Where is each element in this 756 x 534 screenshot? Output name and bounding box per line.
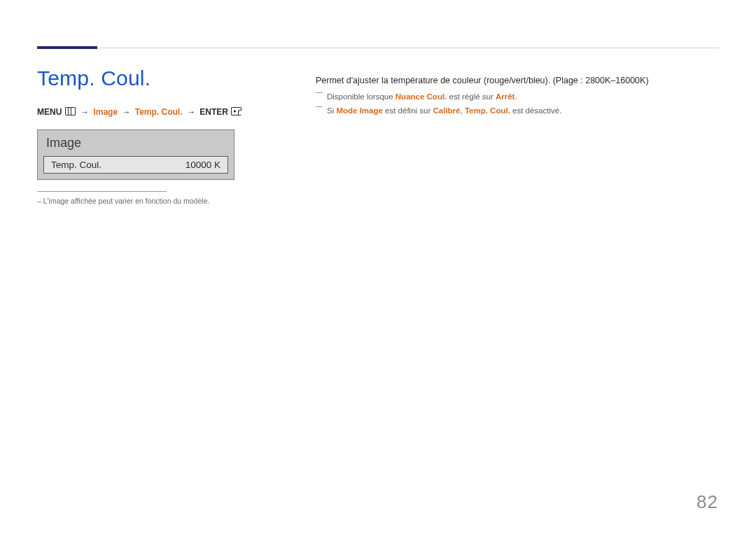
left-column: Temp. Coul. MENU → Image → Temp. Coul. →… — [37, 66, 303, 205]
note-2-mid1: est défini sur — [383, 106, 433, 115]
note-2-accent-mode-image: Mode Image — [336, 106, 382, 115]
settings-panel: Image Temp. Coul. 10000 K — [37, 129, 234, 180]
top-rule-accent — [37, 46, 97, 49]
breadcrumb-arrow: → — [80, 107, 89, 117]
panel-row-value: 10000 K — [186, 160, 220, 170]
footnote-text: – L'image affichée peut varier en foncti… — [37, 197, 303, 205]
top-rule-line — [37, 48, 719, 48]
panel-row-label: Temp. Coul. — [51, 160, 102, 170]
breadcrumb: MENU → Image → Temp. Coul. → ENTER — [37, 107, 303, 117]
note-1-mid: est réglé sur — [447, 92, 496, 101]
right-column: Permet d'ajuster la température de coule… — [303, 66, 719, 118]
breadcrumb-arrow: → — [187, 107, 195, 117]
note-1-accent-arret: Arrêt — [496, 92, 514, 101]
note-1: Disponible lorsque Nuance Coul. est régl… — [316, 90, 719, 104]
breadcrumb-menu-label: MENU — [37, 107, 62, 117]
content-area: Temp. Coul. MENU → Image → Temp. Coul. →… — [37, 66, 719, 205]
page-number: 82 — [696, 491, 718, 513]
enter-icon — [231, 107, 241, 115]
breadcrumb-image: Image — [93, 107, 118, 117]
panel-row-temp-coul[interactable]: Temp. Coul. 10000 K — [43, 156, 228, 174]
breadcrumb-arrow: → — [122, 107, 130, 117]
note-2-pre: Si — [327, 106, 336, 115]
menu-icon — [65, 107, 76, 115]
breadcrumb-enter-label: ENTER — [200, 107, 228, 117]
note-2-accent-calibre: Calibré — [433, 106, 460, 115]
note-2-post: est désactivé. — [510, 106, 562, 115]
description-main: Permet d'ajuster la température de coule… — [316, 73, 719, 87]
footnote-divider — [37, 191, 167, 192]
top-rule — [37, 46, 719, 49]
note-2: Si Mode Image est défini sur Calibré, Te… — [316, 104, 719, 118]
page-title: Temp. Coul. — [37, 66, 303, 90]
note-1-pre: Disponible lorsque — [327, 92, 396, 101]
note-1-accent-nuance: Nuance Coul. — [396, 92, 447, 101]
note-2-accent-temp-coul: Temp. Coul. — [465, 106, 510, 115]
note-1-text: Disponible lorsque Nuance Coul. est régl… — [327, 90, 517, 104]
panel-header: Image — [38, 130, 234, 156]
breadcrumb-temp-coul: Temp. Coul. — [135, 107, 183, 117]
note-1-post: . — [514, 92, 517, 101]
note-2-text: Si Mode Image est défini sur Calibré, Te… — [327, 104, 561, 118]
